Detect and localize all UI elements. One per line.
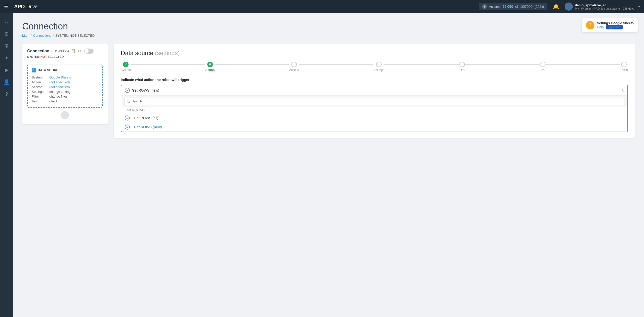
action-prompt: Indicate what action the robot will trig… (121, 78, 628, 82)
step-label-test: Test (540, 68, 545, 72)
page-title: Connection (22, 21, 635, 32)
sidebar-item-plugins[interactable]: ✦ (1, 52, 12, 63)
step-circle-finish[interactable] (621, 62, 627, 67)
right-card: Data source (settings) ✓ System Action (114, 44, 635, 138)
video-link[interactable]: 📹 Video (606, 25, 623, 29)
sidebar: ⌂ ⊞ $ ✦ ▶ 👤 ? (0, 13, 13, 317)
breadcrumb-main[interactable]: Main (22, 34, 29, 37)
username: demo_apix-drive_s3 (575, 3, 634, 7)
step-circle-test[interactable] (540, 62, 545, 67)
step-circle-system[interactable]: ✓ (123, 62, 129, 67)
step-circle-access[interactable] (291, 62, 297, 67)
help-link[interactable]: Help (597, 25, 604, 29)
dropdown-option-new[interactable]: ▶ Get ROWS (new) (121, 123, 627, 132)
connection-toggle[interactable] (84, 49, 94, 54)
sidebar-item-billing[interactable]: $ (1, 40, 12, 51)
dropdown-body: - not selected - ▶ Get ROWS (all) ▶ Get … (121, 95, 627, 132)
step-line (465, 64, 540, 65)
sidebar-item-account[interactable]: 👤 (1, 76, 12, 88)
step-circle-action[interactable] (207, 62, 213, 67)
table-row: System Google Sheets (32, 75, 98, 80)
bell-icon[interactable]: 🔔 (553, 4, 559, 10)
add-button[interactable]: + (61, 111, 69, 119)
layout-row: Connection (ID: 48865) 📋 ⚙ SYSTEM NOT SE… (22, 44, 635, 138)
step-label-finish: Finish (620, 68, 628, 72)
connection-id: (ID: 48865) (51, 49, 69, 53)
not-selected-label: - not selected - (121, 107, 627, 113)
chevron-up-icon: ∧ (621, 88, 624, 92)
table-row: Access (not specified) (32, 85, 98, 89)
help-content: Settings Google Sheets Help 📹 Video (597, 21, 634, 29)
step-label-action: Action (205, 68, 215, 72)
info-icon: i (482, 4, 487, 9)
datasource-box: 1 DATA SOURCE System Google Sheets Actio… (27, 64, 103, 108)
sidebar-item-play[interactable]: ▶ (1, 64, 12, 75)
avatar: 👤 (565, 3, 573, 11)
dropdown-header[interactable]: ▶ Get ROWS (new) ∧ (121, 85, 627, 95)
actions-pct: (22%) (535, 5, 544, 9)
sidebar-item-help[interactable]: ? (1, 89, 12, 100)
actions-box: i Actions: 22'050 of 100'000 (22%) (479, 3, 547, 10)
dropdown-option-all[interactable]: ▶ Get ROWS (all) (121, 113, 627, 123)
question-icon: ? (586, 21, 594, 29)
search-input[interactable] (124, 98, 624, 105)
datasource-header: 1 DATA SOURCE (32, 68, 98, 72)
user-info: demo_apix-drive_s3 Plan |Premium PRO| le… (575, 3, 634, 10)
actions-count: 22'050 (503, 5, 513, 9)
play-icon: ▶ (125, 88, 130, 93)
help-box: ? Settings Google Sheets Help 📹 Video (582, 18, 638, 32)
main-content: Connection Main / Connections / SYSTEM N… (13, 13, 644, 317)
step-line (131, 64, 205, 65)
action-dropdown: ▶ Get ROWS (new) ∧ - not selected - ▶ Ge… (121, 85, 628, 132)
actions-label: Actions: (489, 5, 500, 9)
actions-of: of (515, 5, 518, 9)
step-label-access: Access (289, 68, 299, 72)
step-line (215, 64, 289, 65)
step-action: Action (205, 62, 215, 72)
step-access: Access (289, 62, 299, 72)
user-plan: Plan |Premium PRO| left until payment 24… (575, 7, 634, 10)
left-card: Connection (ID: 48865) 📋 ⚙ SYSTEM NOT SE… (22, 44, 108, 124)
step-filter: Filter (459, 62, 465, 72)
dropdown-value: Get ROWS (new) (132, 88, 621, 92)
play-icon-new: ▶ (125, 125, 130, 130)
table-row: Test check (32, 99, 98, 104)
datasource-table: System Google Sheets Action (not specifi… (32, 75, 98, 104)
breadcrumb-connections[interactable]: Connections (33, 34, 51, 37)
actions-limit: 100'000 (520, 5, 533, 9)
connection-title: Connection (27, 49, 49, 53)
step-system: ✓ System (121, 62, 131, 72)
help-title: Settings Google Sheets (597, 21, 634, 25)
step-line (545, 64, 620, 65)
sidebar-item-grid[interactable]: ⊞ (1, 28, 12, 39)
table-row: Filter change filter (32, 94, 98, 99)
step-label-settings: Settings (373, 68, 384, 72)
search-box (121, 96, 627, 107)
system-not-selected: SYSTEM NOT SELECTED (27, 55, 103, 61)
step-finish: Finish (620, 62, 628, 72)
hamburger-icon[interactable]: ☰ (4, 4, 8, 9)
step-label-system: System (121, 68, 131, 72)
user-menu[interactable]: 👤 demo_apix-drive_s3 Plan |Premium PRO| … (565, 3, 640, 11)
step-circle-filter[interactable] (459, 62, 465, 67)
option-label-all: Get ROWS (all) (134, 116, 158, 120)
logo-x: X (23, 4, 26, 10)
data-source-title: Data source (settings) (121, 50, 628, 57)
logo-drive: Drive (26, 4, 37, 10)
logo-api: API (14, 4, 22, 10)
step-circle-settings[interactable] (376, 62, 382, 67)
connection-header: Connection (ID: 48865) 📋 ⚙ (27, 49, 103, 54)
step-test: Test (540, 62, 545, 72)
option-label-new: Get ROWS (new) (134, 125, 162, 129)
sidebar-item-home[interactable]: ⌂ (1, 16, 12, 27)
copy-icon[interactable]: 📋 (71, 49, 76, 53)
logo: APIXDrive (14, 4, 37, 10)
step-line (299, 64, 373, 65)
settings-icon[interactable]: ⚙ (78, 49, 81, 53)
table-row: Settings change settings (32, 89, 98, 94)
table-row: Action (not specified) (32, 80, 98, 85)
steps: ✓ System Action Access (121, 62, 628, 72)
topnav: ☰ APIXDrive i Actions: 22'050 of 100'000… (0, 0, 644, 13)
help-links: Help 📹 Video (597, 25, 634, 29)
datasource-num: 1 (32, 68, 36, 72)
